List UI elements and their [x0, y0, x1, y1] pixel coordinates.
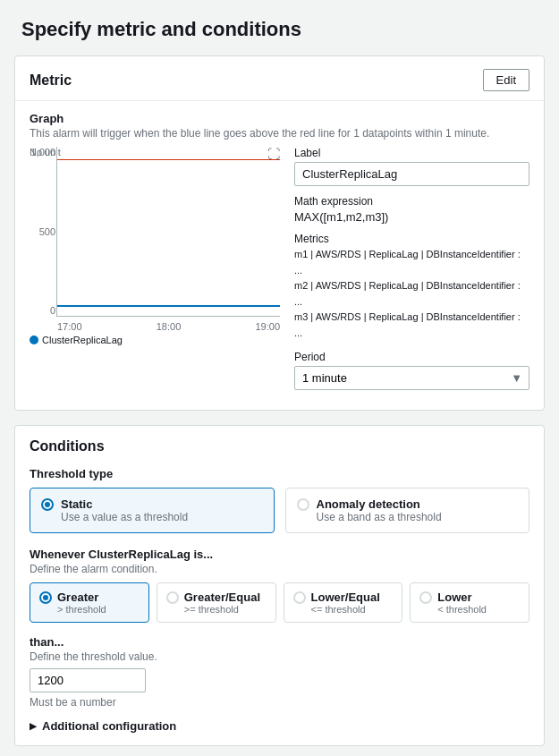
greater-subtitle: > threshold	[57, 604, 106, 615]
conditions-card: Conditions Threshold type Static Use a v…	[14, 425, 545, 746]
chart-container: No unit 1,000 500 0 ⛶ 17:00 18:00	[30, 147, 280, 399]
static-subtitle: Use a value as a threshold	[61, 511, 188, 523]
greater-equal-subtitle: >= threshold	[184, 604, 260, 615]
radio-lower	[419, 591, 432, 604]
condition-lower-text: Lower < threshold	[437, 590, 487, 615]
math-expr-label: Math expression	[294, 195, 529, 208]
alarm-condition-label: Whenever ClusterReplicaLag is...	[30, 548, 529, 561]
page-title: Specify metric and conditions	[0, 0, 559, 55]
radio-greater-equal	[166, 591, 179, 604]
metric-card-header: Metric Edit	[15, 56, 544, 101]
threshold-input[interactable]	[30, 668, 146, 692]
metric-card: Metric Edit Graph This alarm will trigge…	[14, 55, 545, 411]
threshold-red-line	[57, 159, 280, 160]
threshold-option-anomaly[interactable]: Anomaly detection Use a band as a thresh…	[285, 488, 530, 533]
threshold-option-static[interactable]: Static Use a value as a threshold	[30, 488, 275, 533]
metrics-list: m1 | AWS/RDS | ReplicaLag | DBInstanceId…	[294, 247, 529, 342]
than-desc: Define the threshold value.	[30, 650, 529, 663]
threshold-type-row: Static Use a value as a threshold Anomal…	[30, 488, 529, 533]
lower-title: Lower	[437, 590, 487, 604]
period-select[interactable]: 1 minute5 minutes15 minutes1 hour	[294, 366, 529, 390]
alarm-condition-desc: Define the alarm condition.	[30, 563, 529, 575]
than-label: than...	[30, 635, 529, 649]
greater-title: Greater	[57, 590, 106, 604]
condition-option-greater-equal[interactable]: Greater/Equal >= threshold	[157, 582, 276, 623]
label-field-label: Label	[294, 147, 529, 159]
label-field-value: ClusterReplicaLag	[294, 162, 529, 186]
threshold-option-anomaly-inner: Anomaly detection Use a band as a thresh…	[297, 497, 519, 523]
radio-greater-inner	[43, 595, 48, 600]
threshold-hint: Must be a number	[30, 696, 529, 709]
threshold-option-anomaly-text: Anomaly detection Use a band as a thresh…	[317, 497, 442, 523]
y-label-0: 0	[30, 305, 55, 316]
anomaly-title: Anomaly detection	[317, 497, 442, 511]
metric-item-m3: m3 | AWS/RDS | ReplicaLag | DBInstanceId…	[294, 310, 529, 341]
conditions-section: Conditions Threshold type Static Use a v…	[15, 426, 544, 745]
x-label-1800: 18:00	[157, 321, 182, 332]
threshold-option-static-text: Static Use a value as a threshold	[61, 497, 188, 523]
threshold-option-static-inner: Static Use a value as a threshold	[41, 497, 263, 523]
label-field-group: Label ClusterReplicaLag	[294, 147, 529, 186]
period-select-wrapper: 1 minute5 minutes15 minutes1 hour ▼	[294, 366, 529, 390]
math-expression-group: Math expression MAX([m1,m2,m3])	[294, 195, 529, 224]
graph-description: This alarm will trigger when the blue li…	[30, 127, 529, 140]
condition-option-lower[interactable]: Lower < threshold	[410, 582, 529, 623]
x-label-1700: 17:00	[57, 321, 82, 332]
x-axis-labels: 17:00 18:00 19:00	[57, 321, 280, 332]
metrics-label: Metrics	[294, 233, 529, 245]
static-title: Static	[61, 497, 188, 511]
edit-button[interactable]: Edit	[483, 69, 529, 91]
y-label-1000: 1,000	[30, 147, 55, 157]
metric-item-m2: m2 | AWS/RDS | ReplicaLag | DBInstanceId…	[294, 278, 529, 310]
chart-inner: 1,000 500 0 ⛶ 17:00 18:00 19:00	[56, 147, 280, 317]
y-axis-labels: 1,000 500 0	[30, 147, 55, 316]
metric-heading: Metric	[30, 72, 72, 89]
condition-lower-equal-text: Lower/Equal <= threshold	[311, 590, 380, 615]
condition-greater-equal-text: Greater/Equal >= threshold	[184, 590, 260, 615]
condition-greater-text: Greater > threshold	[57, 590, 106, 615]
condition-options-row: Greater > threshold Greater/Equal >= thr…	[30, 582, 529, 623]
metric-item-m1: m1 | AWS/RDS | ReplicaLag | DBInstanceId…	[294, 247, 529, 278]
lower-subtitle: < threshold	[437, 604, 487, 615]
greater-equal-title: Greater/Equal	[184, 590, 260, 604]
condition-option-greater[interactable]: Greater > threshold	[30, 582, 149, 623]
graph-right-panel: Label ClusterReplicaLag Math expression …	[294, 147, 529, 399]
x-label-1900: 19:00	[255, 321, 280, 332]
threshold-type-label: Threshold type	[30, 467, 529, 480]
period-group: Period 1 minute5 minutes15 minutes1 hour…	[294, 351, 529, 390]
period-label: Period	[294, 351, 529, 363]
graph-label: Graph	[30, 112, 529, 125]
additional-config[interactable]: ▶ Additional configuration	[30, 719, 529, 733]
radio-static-inner	[45, 502, 50, 507]
math-expr-value: MAX([m1,m2,m3])	[294, 210, 529, 224]
graph-area: No unit 1,000 500 0 ⛶ 17:00 18:00	[30, 147, 529, 399]
radio-greater	[39, 591, 52, 604]
conditions-heading: Conditions	[30, 438, 529, 454]
legend-label: ClusterReplicaLag	[42, 335, 123, 345]
metrics-group: Metrics m1 | AWS/RDS | ReplicaLag | DBIn…	[294, 233, 529, 342]
triangle-icon: ▶	[30, 721, 37, 731]
legend-dot	[30, 336, 38, 344]
condition-option-lower-equal[interactable]: Lower/Equal <= threshold	[284, 582, 403, 623]
metric-blue-line	[57, 305, 280, 307]
additional-config-label: Additional configuration	[42, 719, 176, 733]
chart-legend: ClusterReplicaLag	[30, 335, 280, 345]
y-label-500: 500	[30, 226, 55, 237]
lower-equal-title: Lower/Equal	[311, 590, 380, 604]
radio-static	[41, 498, 54, 511]
anomaly-subtitle: Use a band as a threshold	[317, 511, 442, 523]
radio-lower-equal	[293, 591, 306, 604]
graph-section: Graph This alarm will trigger when the b…	[15, 101, 544, 410]
radio-anomaly	[297, 498, 309, 511]
lower-equal-subtitle: <= threshold	[311, 604, 380, 615]
